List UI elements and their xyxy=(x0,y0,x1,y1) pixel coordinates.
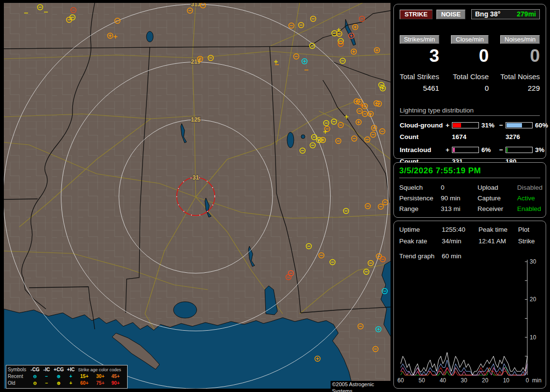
squelch-value: 0 xyxy=(441,184,478,191)
nexstorm-app: 31125219313 ©2005 Astrogenic Systems Sym… xyxy=(0,0,550,392)
circle-minus-icon: ⊖ xyxy=(29,373,41,380)
capture-label: Capture xyxy=(478,195,517,202)
stats-panel: STRIKE NOISE Bng 38° 279mi Strikes/min 3… xyxy=(393,4,546,159)
total-close-value: 0 xyxy=(451,84,489,92)
svg-text:30: 30 xyxy=(461,377,467,384)
persistence-label: Persistence xyxy=(399,195,441,202)
svg-text:60: 60 xyxy=(397,377,404,384)
intracloud-row: Intracloud + 6% − 3% xyxy=(400,146,540,154)
minus-icon: − xyxy=(41,373,52,380)
upload-label: Upload xyxy=(478,184,517,191)
lightning-map[interactable]: 31125219313 xyxy=(0,0,392,392)
bearing-badge: Bng 38° 279mi xyxy=(471,9,540,19)
strike-mode-button[interactable]: STRIKE xyxy=(400,10,433,19)
noise-mode-button[interactable]: NOISE xyxy=(436,10,465,19)
svg-text:20: 20 xyxy=(482,377,489,384)
session-panel: Uptime 1255:40 Peak time Plot Peak rate … xyxy=(393,221,546,389)
strikes-per-min-button[interactable]: Strikes/min xyxy=(400,35,439,44)
plus-icon: + xyxy=(65,380,76,387)
map-view[interactable]: 31125219313 ©2005 Astrogenic Systems Sym… xyxy=(0,0,392,392)
strikes-column: Strikes/min 3 Total Strikes 5461 xyxy=(400,35,439,92)
cloud-ground-row: Cloud-ground + 31% − 60% xyxy=(400,122,540,129)
distribution-title: Lightning type distribution xyxy=(400,107,540,116)
range-label: Range xyxy=(399,205,441,212)
cg-count-label: Count xyxy=(400,133,446,140)
symbol-legend: Symbols -CG -IC +CG +IC Strike age color… xyxy=(6,365,128,389)
legend-col-cg-pos: +CG xyxy=(52,366,65,373)
minus-icon: − xyxy=(41,380,52,387)
noises-per-min-value: 0 xyxy=(500,47,540,66)
datetime-display: 3/5/2026 7:55:19 PM xyxy=(399,166,540,178)
ic-positive-bar xyxy=(452,147,479,153)
map-copyright: ©2005 Astrogenic Systems xyxy=(331,381,392,392)
bearing-value: Bng 38° xyxy=(475,10,500,18)
age-45: 45+ xyxy=(108,373,123,380)
legend-age-title: Strike age color codes xyxy=(76,366,123,373)
cg-negative-count: 3276 xyxy=(506,133,550,140)
peak-rate-value: 34/min xyxy=(442,238,478,245)
legend-col-ic-neg: -IC xyxy=(41,366,52,373)
age-15: 15+ xyxy=(76,373,92,380)
peak-time-label: Peak time xyxy=(478,226,518,233)
svg-text:10: 10 xyxy=(530,334,536,341)
svg-text:30: 30 xyxy=(530,258,536,265)
svg-text:min: min xyxy=(532,377,541,384)
distance-value: 279mi xyxy=(517,10,536,18)
age-30: 30+ xyxy=(92,373,108,380)
strikes-per-min-value: 3 xyxy=(400,47,439,66)
peak-time-value: 12:41 AM xyxy=(478,238,518,245)
receiver-label: Receiver xyxy=(478,205,517,212)
upload-value: Disabled xyxy=(517,184,543,191)
svg-text:10: 10 xyxy=(503,377,510,384)
total-strikes-label: Total Strikes xyxy=(400,72,439,81)
total-strikes-value: 5461 xyxy=(400,84,439,92)
legend-col-cg-neg: -CG xyxy=(29,366,41,373)
cg-positive-pct: 31% xyxy=(479,122,499,129)
age-60: 60+ xyxy=(76,380,92,387)
legend-symbols-header: Symbols xyxy=(8,366,29,373)
cloud-ground-counts: Count 1674 3276 xyxy=(400,133,540,140)
total-noises-label: Total Noises xyxy=(500,72,540,81)
svg-text:125: 125 xyxy=(191,116,201,123)
uptime-value: 1255:40 xyxy=(442,226,478,233)
cg-negative-bar xyxy=(506,122,533,128)
noises-column: Noises/min 0 Total Noises 229 xyxy=(500,35,540,92)
minus-icon: − xyxy=(499,146,506,154)
legend-row-old-label: Old xyxy=(8,380,29,387)
circle-minus-icon: ⊖ xyxy=(29,380,41,387)
minus-icon: − xyxy=(499,122,506,129)
svg-text:0: 0 xyxy=(526,377,529,384)
noises-per-min-button[interactable]: Noises/min xyxy=(500,35,540,44)
cg-positive-bar xyxy=(452,122,479,128)
receiver-value: Enabled xyxy=(517,205,543,212)
capture-value: Active xyxy=(517,195,543,202)
peak-rate-label: Peak rate xyxy=(399,238,442,245)
range-value: 313 mi xyxy=(441,205,478,212)
persistence-value: 90 min xyxy=(441,195,478,202)
close-per-min-value: 0 xyxy=(451,47,489,66)
cg-positive-count: 1674 xyxy=(452,133,499,140)
status-panel: 3/5/2026 7:55:19 PM Squelch 0 Upload Dis… xyxy=(393,162,546,218)
legend-row-recent-label: Recent xyxy=(8,373,29,380)
ic-positive-pct: 6% xyxy=(479,146,499,154)
age-75: 75+ xyxy=(92,380,108,387)
intracloud-label: Intracloud xyxy=(400,146,446,154)
uptime-label: Uptime xyxy=(399,226,442,233)
close-column: Close/min 0 Total Close 0 xyxy=(451,35,489,92)
cg-negative-pct: 60% xyxy=(533,122,550,129)
total-close-label: Total Close xyxy=(451,72,489,81)
ic-negative-bar xyxy=(506,147,533,153)
plus-icon: + xyxy=(65,373,76,380)
close-per-min-button[interactable]: Close/min xyxy=(451,35,489,44)
legend-col-ic-pos: +IC xyxy=(65,366,76,373)
svg-text:31: 31 xyxy=(192,174,199,181)
circle-plus-icon: ⊕ xyxy=(52,373,65,380)
trend-graph: 1020306050403020100min xyxy=(395,258,546,384)
plus-icon: + xyxy=(446,122,452,129)
svg-text:40: 40 xyxy=(440,377,447,384)
age-90: 90+ xyxy=(108,380,123,387)
svg-text:20: 20 xyxy=(530,296,536,303)
cloud-ground-label: Cloud-ground xyxy=(400,122,446,129)
squelch-label: Squelch xyxy=(399,184,441,191)
ic-negative-pct: 3% xyxy=(533,146,550,154)
